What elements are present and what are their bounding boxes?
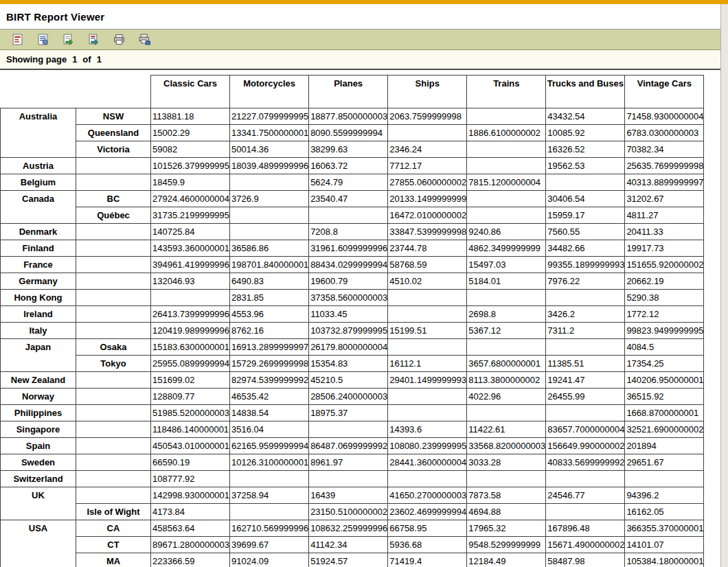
table-row: Philippines51985.520000000314838.5418975…	[1, 405, 704, 421]
value-cell: 16913.2899999997	[230, 339, 309, 356]
value-cell: 10126.3100000001	[230, 454, 309, 471]
value-cell: 113881.18	[151, 108, 230, 125]
value-cell: 51924.57	[309, 553, 388, 567]
export-data-button[interactable]	[59, 32, 77, 48]
value-cell: 33568.8200000003	[467, 438, 546, 454]
value-cell: 18877.8500000003	[309, 108, 388, 125]
value-cell: 51985.5200000003	[151, 405, 230, 421]
table-row: Isle of Wight4173.8423150.51000000022360…	[1, 504, 704, 520]
value-cell: 4084.5	[625, 339, 704, 356]
table-row: Ireland26413.73999999964553.9611033.4526…	[1, 306, 704, 323]
state-cell	[76, 257, 151, 273]
value-cell	[467, 158, 546, 174]
status-bar: Showing page 1 of 1	[0, 50, 728, 70]
state-cell	[76, 421, 151, 438]
column-header-trucks-and-buses: Trucks and Buses	[546, 76, 625, 108]
state-cell	[76, 290, 151, 306]
value-cell: 15671.4900000002	[546, 537, 625, 553]
value-cell: 3726.9	[230, 191, 309, 207]
value-cell: 99355.1899999993	[546, 257, 625, 273]
state-cell	[76, 454, 151, 471]
column-header-motorcycles: Motorcycles	[230, 76, 309, 108]
value-cell: 2698.8	[467, 306, 546, 323]
table-row: Austria101526.37999999518039.48999999961…	[1, 158, 704, 174]
value-cell: 14101.07	[625, 537, 704, 553]
report-content: Classic CarsMotorcyclesPlanesShipsTrains…	[0, 70, 728, 567]
value-cell: 83657.7000000004	[546, 421, 625, 438]
current-page-number: 1	[72, 54, 77, 65]
value-cell: 66590.19	[151, 454, 230, 471]
value-cell: 31735.2199999995	[151, 207, 230, 224]
value-cell: 66758.95	[388, 520, 467, 537]
value-cell: 1668.8700000001	[625, 405, 704, 421]
value-cell: 15199.51	[388, 323, 467, 339]
value-cell: 30406.54	[546, 191, 625, 207]
value-cell	[388, 339, 467, 356]
value-cell: 99823.9499999995	[625, 323, 704, 339]
value-cell: 5624.79	[309, 174, 388, 191]
value-cell: 6783.0300000003	[625, 125, 704, 141]
showing-page-label: Showing page	[6, 54, 67, 65]
value-cell: 70382.34	[625, 141, 704, 158]
value-cell: 15959.17	[546, 207, 625, 224]
column-header-classic-cars: Classic Cars	[151, 76, 230, 108]
column-header-vintage-cars: Vintage Cars	[625, 76, 704, 108]
table-row: Switzerland108777.92	[1, 471, 704, 487]
table-row: AustraliaNSW113881.1821227.0799999995188…	[1, 108, 704, 125]
value-cell: 3657.6800000001	[467, 356, 546, 372]
table-row: France394961.419999996198701.84000000188…	[1, 257, 704, 273]
value-cell: 7815.1200000004	[467, 174, 546, 191]
table-row: MA223366.5991024.0951924.5771419.412184.…	[1, 553, 704, 567]
country-cell: Philippines	[1, 405, 76, 421]
value-cell: 26179.8000000004	[309, 339, 388, 356]
value-cell	[388, 125, 467, 141]
value-cell: 36586.86	[230, 240, 309, 257]
state-cell: Isle of Wight	[76, 504, 151, 520]
value-cell: 28441.3600000004	[388, 454, 467, 471]
value-cell: 32521.6900000002	[625, 421, 704, 438]
print-server-button[interactable]	[135, 32, 153, 48]
country-cell: Denmark	[1, 224, 76, 240]
value-cell	[546, 290, 625, 306]
value-cell	[546, 471, 625, 487]
toc-button[interactable]	[8, 32, 26, 48]
state-cell	[76, 174, 151, 191]
run-report-button[interactable]	[34, 32, 52, 48]
value-cell: 15729.2699999998	[230, 356, 309, 372]
export-report-button[interactable]	[84, 32, 102, 48]
value-cell: 23540.47	[309, 191, 388, 207]
value-cell: 31961.6099999996	[309, 240, 388, 257]
toc-icon	[12, 34, 23, 45]
value-cell	[388, 471, 467, 487]
value-cell: 1772.12	[625, 306, 704, 323]
value-cell: 29401.1499999993	[388, 372, 467, 389]
country-cell: USA	[1, 520, 76, 567]
value-cell: 33847.5399999998	[388, 224, 467, 240]
value-cell	[230, 224, 309, 240]
value-cell: 108080.239999995	[388, 438, 467, 454]
value-cell: 5367.12	[467, 323, 546, 339]
table-row: Victoria5908250014.3638299.632346.241632…	[1, 141, 704, 158]
country-cell: Sweden	[1, 454, 76, 471]
value-cell: 10085.92	[546, 125, 625, 141]
print-icon	[113, 34, 125, 45]
print-button[interactable]	[110, 32, 128, 48]
export-report-icon	[88, 34, 100, 45]
value-cell	[388, 306, 467, 323]
country-cell: Austria	[1, 158, 76, 174]
vertical-scrollbar[interactable]	[720, 4, 728, 567]
value-cell: 11385.51	[546, 356, 625, 372]
value-cell: 29651.67	[625, 454, 704, 471]
country-cell: Hong Kong	[1, 290, 76, 306]
value-cell: 108632.259999996	[309, 520, 388, 537]
value-cell: 19562.53	[546, 158, 625, 174]
state-cell	[76, 471, 151, 487]
value-cell: 108777.92	[151, 471, 230, 487]
table-row: Belgium18459.95624.7927855.0600000002781…	[1, 174, 704, 191]
value-cell	[388, 405, 467, 421]
of-label: of	[82, 54, 91, 65]
value-cell: 3426.2	[546, 306, 625, 323]
table-row: Queensland15002.2913341.75000000018090.5…	[1, 125, 704, 141]
value-cell: 2831.85	[230, 290, 309, 306]
state-cell: Osaka	[76, 339, 151, 356]
